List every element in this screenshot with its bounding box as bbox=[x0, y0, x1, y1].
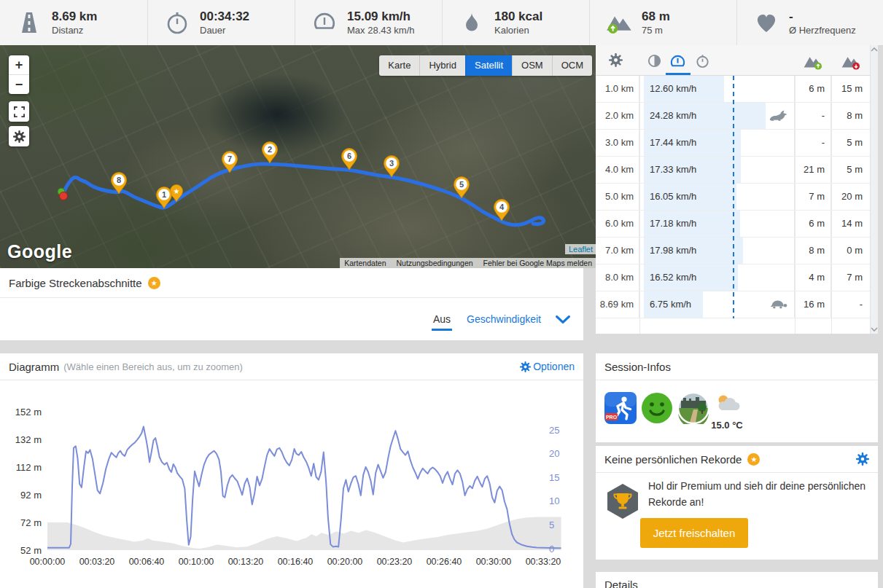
split-speed-cell: 24.28 km/h bbox=[639, 103, 795, 129]
stat-heartrate: -Ø Herzfrequenz bbox=[736, 0, 883, 45]
scroll-up-icon[interactable] bbox=[871, 47, 878, 52]
map-layer-osm[interactable]: OSM bbox=[512, 55, 552, 76]
column-elevation-gain-icon bbox=[803, 53, 823, 70]
tab-pace-icon[interactable] bbox=[647, 53, 662, 68]
map-layer-hybrid[interactable]: Hybrid bbox=[419, 55, 465, 76]
split-speed: 16.52 km/h bbox=[650, 264, 696, 291]
tab-segments-speed[interactable]: Geschwindigkeit bbox=[467, 313, 541, 325]
attribution-link[interactable]: Nutzungsbedingungen bbox=[396, 259, 472, 267]
split-distance: 5.0 km bbox=[596, 184, 639, 210]
split-speed-cell: 17.18 km/h bbox=[639, 211, 795, 237]
map-zoom-control: + − bbox=[9, 55, 29, 94]
split-speed: 24.28 km/h bbox=[650, 103, 696, 129]
split-speed: 17.18 km/h bbox=[650, 211, 696, 237]
chart-subtitle: (Wähle einen Bereich aus, um zu zoomen) bbox=[63, 361, 243, 372]
svg-text:5: 5 bbox=[459, 180, 464, 189]
svg-text:6: 6 bbox=[347, 152, 351, 160]
km-marker[interactable]: 3 bbox=[384, 155, 400, 177]
right-axis-tick: 25 bbox=[549, 425, 559, 436]
stat-speed: 15.09 km/hMax 28.43 km/h bbox=[295, 0, 442, 45]
split-speed: 12.60 km/h bbox=[650, 76, 696, 102]
split-speed-cell: 16.52 km/h bbox=[639, 264, 795, 291]
split-speed-cell: 17.33 km/h bbox=[639, 157, 795, 183]
split-speed-cell: 17.98 km/h bbox=[639, 238, 795, 264]
elevation-speed-chart[interactable]: 152 m132 m112 m92 m72 m52 m252015105000:… bbox=[0, 353, 583, 588]
km-marker[interactable]: 2 bbox=[262, 141, 278, 163]
split-elevation-gain: 7 m bbox=[795, 184, 831, 210]
average-speed-line bbox=[733, 76, 734, 318]
x-axis-tick: 00:20:00 bbox=[327, 557, 363, 567]
records-body: Hol dir Premium und sieh dir deine persö… bbox=[596, 473, 878, 559]
stat-label: 75 m bbox=[642, 25, 670, 36]
attribution-link[interactable]: Kartendaten bbox=[344, 259, 386, 267]
route-map[interactable]: ★81726354 + − KarteHybridSatellitOSMOCM … bbox=[0, 45, 596, 268]
stat-value: 8.69 km bbox=[52, 9, 97, 24]
temperature-value: 15.0 °C bbox=[708, 420, 746, 431]
map-layer-ocm[interactable]: OCM bbox=[552, 55, 592, 76]
activity-page: 8.69 kmDistanz 00:34:32Dauer 15.09 km/hM… bbox=[0, 0, 883, 588]
split-elevation-gain: - bbox=[795, 103, 831, 129]
stat-label: Max 28.43 km/h bbox=[347, 25, 415, 36]
table-settings-gear-icon[interactable] bbox=[609, 53, 623, 67]
split-speed: 6.75 km/h bbox=[650, 291, 691, 318]
split-speed-cell: 12.60 km/h bbox=[639, 76, 795, 102]
stopwatch-icon bbox=[164, 9, 190, 36]
km-marker[interactable]: 6 bbox=[342, 148, 357, 170]
split-elevation-loss: 20 m bbox=[831, 184, 870, 210]
zoom-out-button[interactable]: − bbox=[9, 75, 29, 94]
svg-text:2: 2 bbox=[268, 145, 272, 154]
map-settings-button[interactable] bbox=[9, 126, 29, 146]
route-icon bbox=[16, 9, 42, 36]
stat-calories: 180 kcalKalorien bbox=[442, 0, 589, 45]
attribution-link[interactable]: Fehler bei Google Maps melden bbox=[483, 259, 592, 267]
stat-value: 00:34:32 bbox=[200, 9, 249, 24]
split-elevation-loss: 5 m bbox=[831, 130, 870, 156]
colored-segments-header: Farbige Streckenabschnitte ★ bbox=[0, 268, 583, 298]
stat-duration: 00:34:32Dauer bbox=[147, 0, 295, 45]
chart-options-button[interactable]: Optionen bbox=[520, 361, 575, 372]
route-end-dot bbox=[60, 192, 68, 200]
stat-label: Distanz bbox=[52, 25, 97, 36]
split-speed: 17.44 km/h bbox=[650, 130, 696, 156]
right-axis-tick: 20 bbox=[549, 448, 559, 459]
gear-icon bbox=[520, 361, 531, 372]
split-speed: 16.05 km/h bbox=[650, 184, 696, 210]
split-distance: 8.69 km bbox=[596, 291, 639, 318]
x-axis-tick: 00:06:40 bbox=[129, 557, 165, 567]
svg-text:8: 8 bbox=[117, 176, 121, 184]
left-axis-tick: 92 m bbox=[20, 490, 42, 501]
right-axis-tick: 15 bbox=[549, 472, 559, 483]
x-axis-tick: 00:03:20 bbox=[79, 557, 115, 567]
split-distance: 1.0 km bbox=[596, 76, 639, 102]
details-panel: Details bbox=[596, 572, 878, 588]
map-layer-karte[interactable]: Karte bbox=[379, 55, 419, 76]
records-title: Keine persönlichen Rekorde bbox=[604, 453, 742, 466]
split-speed-cell: 17.44 km/h bbox=[639, 130, 795, 156]
split-elevation-gain: 8 m bbox=[795, 238, 831, 264]
leaflet-attribution[interactable]: Leaflet bbox=[565, 244, 596, 254]
stat-distance: 8.69 kmDistanz bbox=[0, 0, 147, 45]
chart-header: Diagramm (Wähle einen Bereich aus, um zu… bbox=[0, 353, 583, 380]
x-axis-tick: 00:33:20 bbox=[526, 557, 561, 567]
stat-value: 15.09 km/h bbox=[347, 9, 415, 24]
split-elevation-gain: 4 m bbox=[795, 264, 831, 291]
speedometer-icon bbox=[311, 9, 338, 36]
split-speed-cell: 16.05 km/h bbox=[639, 184, 795, 210]
session-info-title: Session-Infos bbox=[604, 361, 671, 373]
unlock-premium-button[interactable]: Jetzt freischalten bbox=[640, 518, 748, 548]
left-axis-tick: 52 m bbox=[20, 545, 42, 556]
tab-segments-off[interactable]: Aus bbox=[432, 307, 452, 331]
tab-duration-icon[interactable] bbox=[695, 53, 710, 68]
table-scrollbar[interactable] bbox=[870, 45, 878, 334]
svg-text:1: 1 bbox=[162, 190, 166, 199]
x-axis-tick: 00:13:20 bbox=[228, 557, 264, 567]
tab-speed-icon[interactable] bbox=[669, 53, 687, 70]
map-layer-satellit[interactable]: Satellit bbox=[465, 55, 512, 76]
chevron-down-icon[interactable] bbox=[556, 315, 570, 324]
zoom-in-button[interactable]: + bbox=[9, 55, 29, 75]
scroll-down-icon[interactable] bbox=[871, 327, 878, 332]
google-logo: Google bbox=[7, 241, 72, 262]
fullscreen-button[interactable] bbox=[9, 101, 29, 122]
session-info-header: Session-Infos bbox=[596, 353, 878, 380]
records-settings-gear-icon[interactable] bbox=[856, 452, 869, 466]
